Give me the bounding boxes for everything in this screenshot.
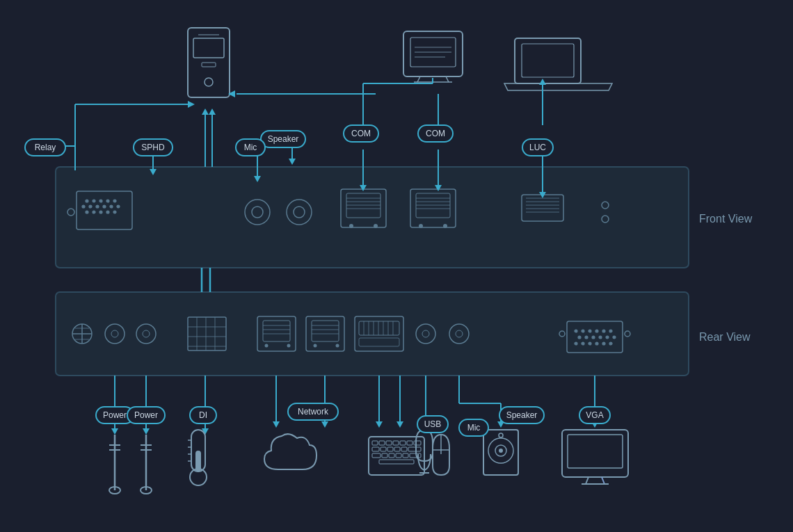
svg-point-78	[314, 344, 317, 348]
svg-text:Rear View: Rear View	[699, 331, 751, 343]
svg-point-31	[374, 224, 378, 228]
svg-point-111	[602, 342, 605, 345]
svg-point-16	[99, 211, 102, 213]
svg-text:Speaker: Speaker	[506, 410, 538, 420]
svg-point-5	[99, 200, 102, 202]
svg-point-38	[419, 224, 423, 228]
svg-point-3	[86, 200, 88, 202]
svg-point-79	[336, 344, 339, 348]
svg-point-106	[613, 336, 616, 339]
svg-text:COM: COM	[351, 129, 371, 138]
svg-point-8	[82, 205, 85, 208]
svg-rect-199	[195, 451, 201, 471]
svg-text:Front View: Front View	[699, 213, 753, 225]
svg-point-109	[588, 342, 591, 345]
svg-point-104	[599, 336, 602, 339]
svg-text:Mic: Mic	[244, 143, 257, 152]
svg-point-112	[609, 342, 612, 345]
svg-point-228	[499, 449, 503, 453]
svg-rect-49	[56, 292, 689, 376]
svg-point-30	[349, 224, 353, 228]
svg-point-105	[606, 336, 609, 339]
svg-point-103	[592, 336, 595, 339]
svg-text:Relay: Relay	[35, 143, 56, 152]
svg-point-100	[609, 330, 612, 332]
svg-point-97	[588, 330, 591, 332]
svg-text:Speaker: Speaker	[268, 134, 299, 144]
svg-point-14	[86, 211, 88, 213]
svg-point-101	[578, 336, 581, 339]
svg-point-39	[443, 224, 447, 228]
svg-text:SPHD: SPHD	[141, 143, 165, 152]
svg-point-110	[595, 342, 598, 345]
svg-point-18	[113, 211, 116, 213]
svg-point-71	[265, 344, 269, 348]
svg-point-107	[575, 342, 577, 345]
svg-point-11	[103, 205, 106, 208]
svg-point-95	[575, 330, 577, 332]
svg-point-4	[93, 200, 95, 202]
svg-point-7	[113, 200, 116, 202]
svg-point-10	[96, 205, 99, 208]
svg-text:VGA: VGA	[586, 410, 603, 420]
svg-point-108	[582, 342, 584, 345]
svg-point-99	[602, 330, 605, 332]
svg-text:Power: Power	[134, 410, 158, 420]
svg-text:Power: Power	[103, 410, 127, 420]
svg-text:USB: USB	[424, 419, 442, 429]
svg-text:Network: Network	[298, 407, 329, 417]
svg-point-96	[582, 330, 584, 332]
svg-point-98	[595, 330, 598, 332]
svg-text:DI: DI	[199, 410, 207, 420]
svg-point-13	[117, 205, 120, 208]
svg-text:Mic: Mic	[467, 423, 481, 433]
svg-point-72	[287, 344, 291, 348]
svg-point-15	[93, 211, 95, 213]
svg-point-6	[106, 200, 109, 202]
svg-text:LUC: LUC	[529, 143, 546, 152]
svg-point-102	[585, 336, 588, 339]
svg-point-17	[106, 211, 109, 213]
diagram-container: Front View	[0, 0, 793, 532]
svg-point-12	[110, 205, 113, 208]
svg-text:COM: COM	[426, 129, 445, 138]
svg-point-9	[89, 205, 92, 208]
